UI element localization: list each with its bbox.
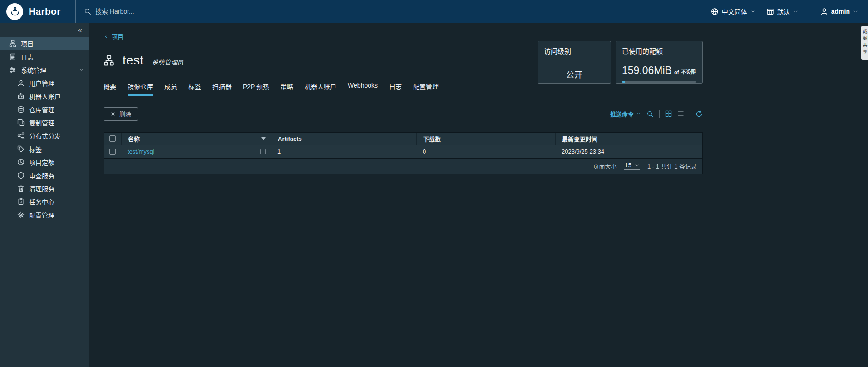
tab-policy[interactable]: 策略 — [281, 82, 293, 96]
main-content: 项目 test 系统管理员 概要 镜像仓库 成员 标签 扫描器 P2P 预热 策… — [89, 23, 868, 367]
trash-icon — [17, 185, 25, 192]
search-input[interactable] — [95, 8, 250, 15]
global-search — [75, 0, 711, 23]
sidebar-item-replications[interactable]: 复制管理 — [0, 116, 89, 129]
push-command-button[interactable]: 推送命令 — [610, 109, 641, 118]
harbor-logo-icon — [6, 3, 23, 20]
quota-used-value: 159.06MiB — [622, 64, 672, 77]
sidebar-item-robot-accounts[interactable]: 机器人账户 — [0, 89, 89, 103]
chevron-down-icon — [793, 9, 798, 14]
project-summary-cards: 访问级别 公开 已使用的配额 159.06MiB of 不设限 — [538, 41, 703, 84]
delete-button[interactable]: 删除 — [104, 107, 138, 121]
tab-labels[interactable]: 标签 — [188, 82, 201, 96]
sidebar-item-label: 标签 — [29, 144, 42, 154]
harbor-brand[interactable]: Harbor — [0, 3, 75, 20]
tab-summary[interactable]: 概要 — [104, 82, 116, 96]
sidebar-item-labels[interactable]: 标签 — [0, 142, 89, 155]
theme-label: 默认 — [777, 7, 790, 16]
tab-p2p-preheat[interactable]: P2P 预热 — [243, 82, 269, 96]
repositories-table: 名称 Artifacts 下载数 最新变更时间 test/mysql 1 0 2 — [104, 132, 703, 174]
system-admin-icon — [9, 66, 16, 74]
table-header-row: 名称 Artifacts 下载数 最新变更时间 — [104, 133, 702, 145]
sidebar-item-label: 日志 — [21, 52, 34, 61]
browser-extension-side-tab[interactable]: 截图共享 — [861, 26, 868, 60]
sidebar-item-label: 分布式分发 — [29, 131, 61, 140]
search-icon — [84, 8, 91, 15]
column-header-pulls[interactable]: 下载数 — [423, 134, 441, 143]
tab-webhooks[interactable]: Webhooks — [348, 82, 378, 96]
sidebar-item-garbage-collection[interactable]: 清理服务 — [0, 182, 89, 195]
table-row: test/mysql 1 0 2023/9/25 23:34 — [104, 145, 702, 159]
username: admin — [831, 8, 850, 15]
search-icon[interactable] — [646, 110, 654, 118]
sidebar-item-job-center[interactable]: 任务中心 — [0, 195, 89, 208]
tab-logs[interactable]: 日志 — [389, 82, 402, 96]
delete-button-label: 删除 — [119, 109, 131, 118]
project-tabs: 概要 镜像仓库 成员 标签 扫描器 P2P 预热 策略 机器人账户 Webhoo… — [104, 82, 703, 96]
sidebar-item-project-quotas[interactable]: 项目定额 — [0, 155, 89, 169]
user-menu[interactable]: admin — [820, 8, 858, 15]
pulls-count: 0 — [423, 148, 426, 155]
column-header-updated[interactable]: 最新变更时间 — [562, 134, 597, 143]
theme-icon — [766, 8, 774, 15]
tab-repositories[interactable]: 镜像仓库 — [128, 82, 153, 96]
header-divider — [809, 6, 809, 16]
sidebar-item-label: 用户管理 — [29, 79, 54, 88]
access-level-card: 访问级别 公开 — [538, 41, 611, 84]
sidebar-item-label: 机器人账户 — [29, 92, 61, 101]
page-size-select[interactable]: 15 — [624, 162, 640, 170]
close-icon — [110, 111, 116, 117]
sidebar-item-distributions[interactable]: 分布式分发 — [0, 129, 89, 142]
last-modified-time: 2023/9/25 23:34 — [562, 148, 604, 155]
projects-icon — [9, 40, 16, 47]
chevron-down-icon — [853, 9, 858, 14]
replication-icon — [17, 119, 25, 126]
sidebar-item-interrogation-services[interactable]: 审查服务 — [0, 169, 89, 182]
toolbar-right-group: 推送命令 — [610, 109, 703, 118]
language-label: 中文简体 — [722, 7, 747, 16]
registry-icon — [17, 106, 25, 113]
sidebar-item-logs[interactable]: 日志 — [0, 50, 89, 63]
page-size-value: 15 — [625, 162, 631, 169]
shield-icon — [17, 172, 25, 179]
sidebar-item-system-management[interactable]: 系统管理 — [0, 63, 89, 76]
access-level-title: 访问级别 — [544, 46, 605, 55]
sidebar-item-label: 清理服务 — [29, 184, 54, 193]
quota-icon — [17, 159, 25, 166]
sidebar-item-registries[interactable]: 仓库管理 — [0, 103, 89, 116]
list-view-icon[interactable] — [677, 110, 684, 117]
card-view-icon[interactable] — [665, 110, 672, 117]
refresh-icon[interactable] — [695, 110, 703, 118]
repository-link[interactable]: test/mysql — [128, 148, 154, 155]
theme-menu[interactable]: 默认 — [766, 7, 798, 16]
project-role-badge: 系统管理员 — [152, 57, 183, 66]
select-all-checkbox[interactable] — [109, 135, 116, 142]
row-secondary-checkbox[interactable] — [260, 149, 266, 154]
collapse-sidebar-icon[interactable]: « — [78, 26, 82, 34]
row-checkbox[interactable] — [109, 149, 116, 155]
chevron-down-icon[interactable] — [79, 67, 84, 73]
breadcrumb[interactable]: 项目 — [104, 32, 123, 40]
page-title: test — [123, 53, 143, 68]
label-icon — [17, 145, 25, 153]
filter-icon[interactable] — [261, 136, 266, 142]
quota-progress-bar — [622, 81, 696, 83]
sidebar-item-user-management[interactable]: 用户管理 — [0, 76, 89, 89]
tab-scanner[interactable]: 扫描器 — [212, 82, 232, 96]
toolbar-divider — [690, 110, 690, 118]
distribution-icon — [17, 132, 25, 139]
table-footer: 页面大小 15 1 - 1 共计 1 条记录 — [104, 159, 702, 174]
tab-members[interactable]: 成员 — [164, 82, 177, 96]
gear-icon — [17, 211, 25, 218]
tab-robot-accounts[interactable]: 机器人账户 — [305, 82, 336, 96]
access-level-value: 公开 — [544, 68, 605, 80]
project-icon — [104, 55, 114, 66]
column-header-artifacts[interactable]: Artifacts — [278, 135, 302, 142]
quota-progress-fill — [622, 81, 625, 83]
sidebar-item-configuration[interactable]: 配置管理 — [0, 208, 89, 221]
language-menu[interactable]: 中文简体 — [711, 7, 755, 16]
sidebar-item-label: 项目 — [21, 39, 34, 48]
tab-configuration[interactable]: 配置管理 — [413, 82, 439, 96]
sidebar-item-projects[interactable]: 项目 — [0, 37, 89, 50]
column-header-name[interactable]: 名称 — [128, 134, 140, 143]
